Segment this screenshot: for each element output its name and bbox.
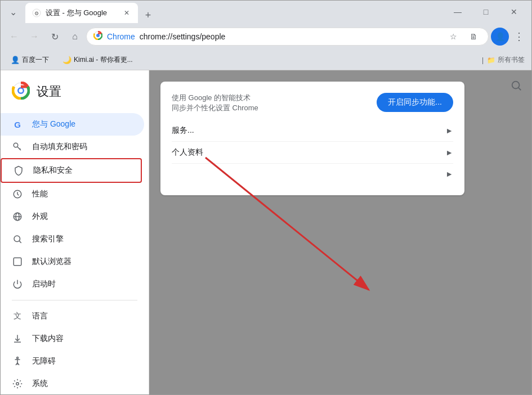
sync-description: 使用 Google 的智能技术 同步并个性化设置 Chrome bbox=[172, 93, 258, 113]
svg-line-21 bbox=[518, 88, 521, 90]
sync-desc-line2: 同步并个性化设置 Chrome bbox=[172, 103, 258, 113]
bookmark-baidu[interactable]: 👤 百度一下 bbox=[7, 53, 52, 67]
sidebar-label-accessibility: 无障碍 bbox=[32, 356, 56, 366]
sidebar-item-appearance[interactable]: 外观 bbox=[1, 205, 144, 228]
bookmark-kimi[interactable]: 🌙 Kimi.ai - 帮你看更... bbox=[59, 53, 136, 67]
settings-sidebar: 设置 G 您与 Google 自 bbox=[1, 70, 149, 394]
back-button[interactable]: ← bbox=[5, 28, 23, 46]
sync-row-profile[interactable]: 个人资料 ► bbox=[172, 142, 453, 164]
sync-row-services[interactable]: 服务... ► bbox=[172, 120, 453, 142]
new-tab-button[interactable]: + bbox=[140, 7, 156, 23]
sidebar-item-language[interactable]: 文 语言 bbox=[1, 305, 144, 327]
system-icon bbox=[12, 378, 23, 389]
svg-text:⚙: ⚙ bbox=[34, 11, 39, 16]
power-icon bbox=[12, 279, 23, 290]
search-engine-icon bbox=[12, 234, 23, 245]
svg-point-7 bbox=[14, 143, 18, 147]
window-controls-right: — □ ✕ bbox=[445, 3, 527, 21]
sidebar-label-appearance: 外观 bbox=[32, 212, 48, 222]
svg-point-18 bbox=[17, 357, 19, 359]
bookmarks-bar: 👤 百度一下 🌙 Kimi.ai - 帮你看更... | 📁 所有书签 bbox=[1, 50, 531, 70]
sidebar-label-search-engine: 搜索引擎 bbox=[32, 234, 64, 244]
download-icon[interactable]: 🗎 bbox=[466, 29, 481, 44]
address-input[interactable]: Chrome chrome://settings/people ☆ 🗎 bbox=[86, 28, 489, 46]
sidebar-item-default-browser[interactable]: 默认浏览器 bbox=[1, 250, 144, 273]
sidebar-label-you-and-google: 您与 Google bbox=[32, 119, 75, 129]
bookmark-kimi-label: Kimi.ai - 帮你看更... bbox=[74, 55, 133, 65]
google-g-icon: G bbox=[12, 119, 23, 130]
sidebar-item-downloads[interactable]: 下载内容 bbox=[1, 327, 144, 350]
address-actions: 👤 ⋮ bbox=[491, 28, 527, 46]
bookmark-kimi-icon: 🌙 bbox=[62, 56, 71, 64]
key-icon bbox=[12, 141, 23, 152]
svg-point-20 bbox=[512, 82, 520, 89]
minimize-button[interactable]: — bbox=[445, 3, 471, 21]
sync-button[interactable]: 开启同步功能... bbox=[377, 93, 453, 112]
page-content: 设置 G 您与 Google 自 bbox=[1, 70, 531, 394]
tab-list-button[interactable]: ⌄ bbox=[5, 4, 21, 20]
svg-point-14 bbox=[14, 236, 20, 242]
nav-divider bbox=[12, 300, 137, 300]
sidebar-item-accessibility[interactable]: 无障碍 bbox=[1, 350, 144, 372]
sidebar-label-autofill: 自动填充和密码 bbox=[32, 142, 87, 152]
svg-line-9 bbox=[20, 149, 21, 150]
svg-point-6 bbox=[19, 89, 23, 93]
browser-window: ⌄ ⚙ 设置 - 您与 Google ✕ + — □ ✕ ← → ↻ bbox=[0, 0, 532, 395]
bookmark-baidu-icon: 👤 bbox=[11, 56, 20, 64]
language-icon: 文 bbox=[12, 311, 23, 322]
chrome-label: Chrome bbox=[107, 32, 135, 41]
settings-chrome-logo bbox=[12, 82, 30, 102]
sidebar-item-search-engine[interactable]: 搜索引擎 bbox=[1, 228, 144, 250]
sidebar-item-performance[interactable]: 性能 bbox=[1, 183, 144, 205]
accessibility-icon bbox=[12, 356, 23, 367]
all-bookmarks-label[interactable]: 所有书签 bbox=[498, 55, 525, 65]
settings-page-title: 设置 bbox=[37, 83, 61, 100]
browser-icon bbox=[12, 256, 23, 267]
tabs-area: ⚙ 设置 - 您与 Google ✕ + bbox=[25, 1, 440, 23]
svg-line-15 bbox=[19, 241, 21, 243]
title-bar: ⌄ ⚙ 设置 - 您与 Google ✕ + — □ ✕ bbox=[1, 1, 531, 23]
globe-icon bbox=[12, 211, 23, 222]
chrome-logo-icon bbox=[93, 31, 102, 42]
download-icon bbox=[12, 333, 23, 344]
sidebar-item-autofill[interactable]: 自动填充和密码 bbox=[1, 136, 144, 158]
svg-rect-16 bbox=[14, 258, 21, 266]
sidebar-nav: G 您与 Google 自动填充和密码 bbox=[1, 109, 149, 394]
bookmarks-right: | 📁 所有书签 bbox=[482, 55, 525, 65]
bookmark-star-icon[interactable]: ☆ bbox=[445, 29, 461, 44]
sync-row-extra-arrow: ► bbox=[445, 169, 453, 178]
home-button[interactable]: ⌂ bbox=[66, 28, 84, 46]
forward-button[interactable]: → bbox=[25, 28, 43, 46]
sync-row-extra[interactable]: ► bbox=[172, 164, 453, 184]
svg-point-19 bbox=[16, 383, 19, 385]
sidebar-item-on-startup[interactable]: 启动时 bbox=[1, 273, 144, 295]
sidebar-item-system[interactable]: 系统 bbox=[1, 372, 144, 394]
active-tab[interactable]: ⚙ 设置 - 您与 Google ✕ bbox=[25, 3, 138, 23]
tab-close-button[interactable]: ✕ bbox=[122, 8, 131, 17]
sidebar-label-privacy: 隐私和安全 bbox=[33, 165, 73, 176]
profile-button[interactable]: 👤 bbox=[491, 28, 509, 46]
close-button[interactable]: ✕ bbox=[501, 3, 527, 21]
sidebar-item-privacy[interactable]: 隐私和安全 bbox=[1, 158, 142, 183]
tab-title: 设置 - 您与 Google bbox=[46, 8, 118, 18]
sidebar-label-on-startup: 启动时 bbox=[32, 279, 56, 289]
sync-card: 使用 Google 的智能技术 同步并个性化设置 Chrome 开启同步功能..… bbox=[160, 82, 464, 195]
sync-desc-line1: 使用 Google 的智能技术 bbox=[172, 93, 258, 103]
sidebar-label-language: 语言 bbox=[32, 311, 48, 321]
window-controls-left: ⌄ bbox=[5, 4, 21, 20]
reload-button[interactable]: ↻ bbox=[46, 28, 64, 46]
more-menu-button[interactable]: ⋮ bbox=[511, 29, 527, 44]
sidebar-item-you-and-google[interactable]: G 您与 Google bbox=[1, 113, 144, 136]
sidebar-label-performance: 性能 bbox=[32, 189, 48, 199]
sidebar-label-default-browser: 默认浏览器 bbox=[32, 257, 71, 267]
shield-icon bbox=[13, 165, 24, 176]
folder-icon: 📁 bbox=[487, 56, 495, 64]
settings-main: 使用 Google 的智能技术 同步并个性化设置 Chrome 开启同步功能..… bbox=[149, 70, 531, 394]
sidebar-label-system: 系统 bbox=[32, 379, 48, 389]
sync-row-profile-arrow: ► bbox=[445, 148, 453, 157]
address-bar: ← → ↻ ⌂ Chrome chrome://settings/people … bbox=[1, 23, 531, 50]
url-text: chrome://settings/people bbox=[140, 32, 441, 41]
performance-icon bbox=[12, 188, 23, 200]
maximize-button[interactable]: □ bbox=[473, 3, 499, 21]
settings-search-icon[interactable] bbox=[510, 79, 522, 95]
